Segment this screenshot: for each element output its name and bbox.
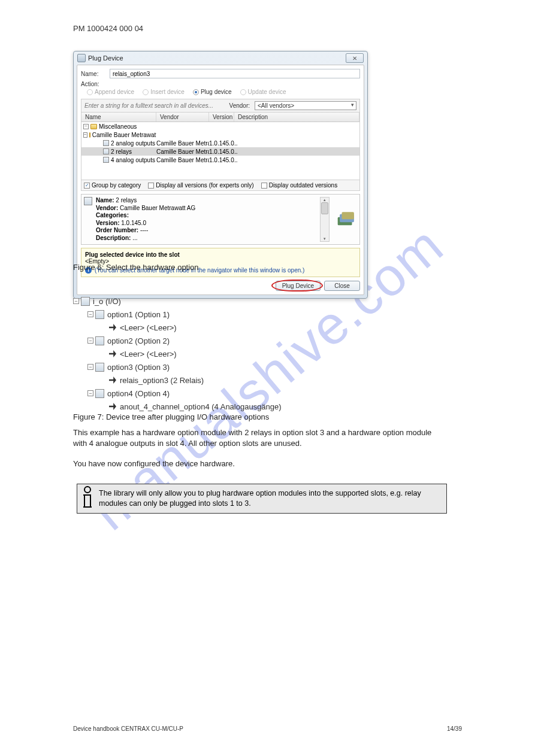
device-grid: Name Vendor Version Description −Miscell… [81, 113, 360, 180]
svg-rect-2 [342, 212, 354, 219]
tree-node-slot[interactable]: relais_option3 (2 Relais) [73, 374, 313, 387]
scrollbar[interactable]: ▴ ▾ [320, 197, 330, 242]
slot-icon [109, 324, 116, 331]
footer-left: Device handbook CENTRAX CU-M/CU-P [73, 725, 183, 732]
checkbox-group-by-category[interactable]: ✓Group by category [84, 182, 141, 189]
tree-node-io[interactable]: − i_o (I/O) [73, 294, 313, 308]
dialog-title: Plug Device [88, 54, 123, 62]
tree-node-option[interactable]: − option1 (Option 1) [73, 308, 313, 321]
option-icon [95, 363, 104, 372]
note-box: The library will only allow you to plug … [77, 484, 447, 514]
device-image-icon [337, 211, 357, 228]
option-icon [95, 389, 104, 398]
vendor-combo[interactable]: <All vendors> [255, 101, 356, 110]
figure-6-caption: Figure 6: Select the hardware option [73, 262, 445, 273]
tree-row-folder[interactable]: −Camille Bauer Metrawatt AG [81, 130, 359, 139]
tree-node-option[interactable]: − option4 (Option 4) [73, 387, 313, 400]
scroll-thumb[interactable] [321, 202, 328, 214]
radio-plug-device[interactable]: Plug device [193, 89, 232, 95]
folder-icon [89, 132, 90, 138]
plug-device-button[interactable]: Plug Device [276, 281, 321, 291]
tree-node-option[interactable]: − option3 (Option 3) [73, 360, 313, 374]
device-icon [84, 197, 92, 205]
search-input[interactable]: Enter a string for a fulltext search in … [84, 102, 225, 109]
device-icon [103, 148, 109, 154]
collapse-icon[interactable]: − [87, 390, 93, 396]
tree-node-slot[interactable]: anout_4_channel_option4 (4 Analogausgäng… [73, 400, 313, 413]
tree-node-slot[interactable]: <Leer> (<Leer>) [73, 347, 313, 360]
svg-point-3 [84, 487, 90, 493]
paragraph-1: This example has a hardware option modul… [73, 427, 445, 448]
radio-insert-device: Insert device [143, 89, 185, 95]
tree-row-device[interactable]: 2 analog outputs Camille Bauer Metrawatt… [81, 139, 359, 147]
radio-update-device: Update device [240, 89, 286, 95]
search-bar: Enter a string for a fulltext search in … [81, 99, 360, 113]
device-icon [103, 157, 109, 163]
checkbox-display-outdated[interactable]: Display outdated versions [261, 182, 338, 189]
page-header: PM 1000424 000 04 [73, 24, 143, 33]
slot-icon [109, 350, 116, 357]
close-button[interactable]: ✕ [346, 53, 364, 63]
col-name[interactable]: Name [81, 113, 156, 122]
name-input[interactable] [110, 69, 360, 78]
io-icon [81, 297, 90, 306]
chevron-down-icon[interactable]: − [83, 132, 87, 138]
folder-icon [90, 124, 97, 129]
slot-icon [109, 377, 116, 384]
scroll-down-icon[interactable]: ▾ [321, 236, 329, 241]
dialog-titlebar[interactable]: Plug Device ✕ [74, 51, 367, 65]
paragraph-2: You have now configured the device hardw… [73, 459, 445, 469]
slot-icon [109, 403, 116, 410]
collapse-icon[interactable]: − [87, 311, 93, 317]
svg-rect-4 [84, 495, 90, 507]
option-icon [95, 336, 104, 345]
collapse-icon[interactable]: − [73, 298, 79, 304]
tree-row-root[interactable]: −Miscellaneous [81, 122, 359, 130]
tree-row-device[interactable]: 2 relays Camille Bauer Metrawatt AG 1.0.… [81, 147, 359, 156]
device-tree: − i_o (I/O) − option1 (Option 1) <Leer> … [73, 294, 313, 413]
collapse-icon[interactable]: − [87, 338, 93, 344]
info-icon [82, 486, 93, 509]
radio-append-device: Append device [87, 89, 134, 95]
checkbox-display-all-versions[interactable]: Display all versions (for experts only) [148, 182, 253, 189]
detail-panel: Name: 2 relays Vendor: Camille Bauer Met… [81, 194, 360, 245]
tree-row-device[interactable]: 4 analog outputs Camille Bauer Metrawatt… [81, 156, 359, 164]
note-text: The library will only allow you to plug … [99, 486, 442, 509]
plug-device-dialog: Plug Device ✕ Name: Action: Append devic… [73, 51, 368, 299]
vendor-label: Vendor: [229, 102, 250, 109]
chevron-down-icon[interactable]: − [83, 124, 89, 129]
col-description[interactable]: Description [234, 113, 359, 122]
figure-7-caption: Figure 7: Device tree after plugging I/O… [73, 412, 445, 423]
dialog-icon [77, 54, 86, 62]
footer-right: 14/39 [447, 725, 462, 732]
device-icon [103, 140, 109, 146]
hint-title: Plug selected device into the slot [85, 251, 356, 258]
col-vendor[interactable]: Vendor [156, 113, 209, 122]
close-button[interactable]: Close [324, 281, 360, 291]
tree-node-slot[interactable]: <Leer> (<Leer>) [73, 321, 313, 334]
collapse-icon[interactable]: − [87, 364, 93, 370]
name-label: Name: [81, 71, 110, 77]
action-label: Action: [81, 81, 360, 87]
tree-node-option[interactable]: − option2 (Option 2) [73, 334, 313, 347]
page-footer: Device handbook CENTRAX CU-M/CU-P 14/39 [73, 725, 462, 732]
col-version[interactable]: Version [209, 113, 234, 122]
option-icon [95, 310, 104, 319]
scroll-up-icon[interactable]: ▴ [321, 198, 329, 202]
